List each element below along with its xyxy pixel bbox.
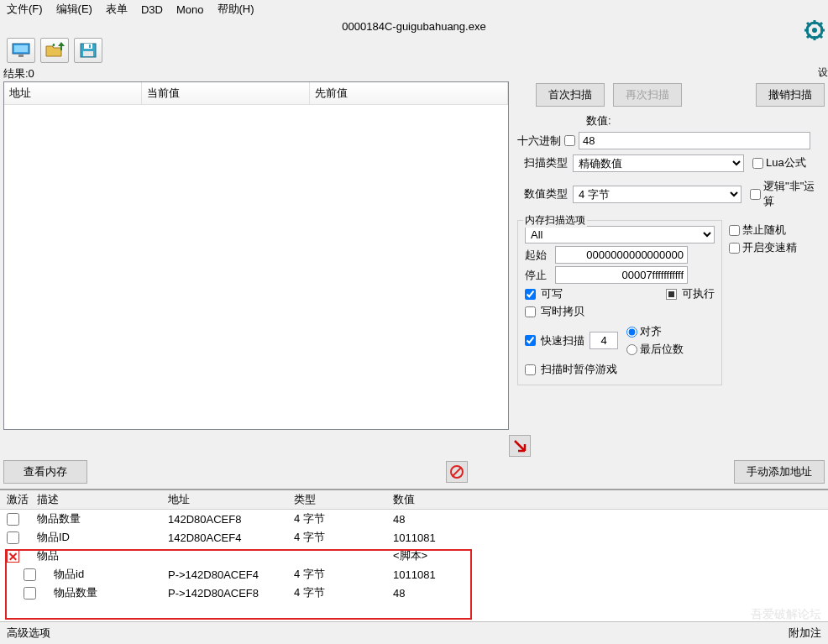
cell-type: 4 字节 [294,585,393,600]
start-label: 起始 [525,248,550,263]
scan-type-label: 扫描类型 [517,155,568,170]
arrow-up-icon [58,42,65,50]
cell-desc: 物品ID [37,530,168,545]
logic-not-checkbox[interactable] [750,189,761,200]
scan-results-list[interactable]: 地址 当前值 先前值 [3,81,509,430]
pause-label: 扫描时暂停游戏 [541,362,617,377]
lua-label: Lua公式 [766,155,806,170]
active-checkbox[interactable] [7,513,19,526]
value-type-select[interactable]: 4 字节 [573,186,742,203]
pause-checkbox[interactable] [525,364,536,375]
attach-comment-link[interactable]: 附加注 [789,626,821,641]
mem-region-select[interactable]: All [525,226,715,243]
advanced-options-link[interactable]: 高级选项 [7,626,50,641]
cell-addr: P->142D80ACEF4 [168,568,294,581]
table-row[interactable]: 物品ID142D80ACEF44 字节1011081 [0,528,828,547]
table-row[interactable]: 物品idP->142D80ACEF44 字节1011081 [0,565,828,584]
cell-desc: 物品 [37,548,168,563]
last-digits-label: 最后位数 [640,342,684,357]
hex-label: 十六进制 [517,134,561,149]
col-value[interactable]: 数值 [393,492,494,507]
view-memory-button[interactable]: 查看内存 [3,460,87,484]
footer: 高级选项 附加注 [0,621,828,644]
writable-checkbox[interactable] [525,289,536,300]
cell-desc: 物品数量 [37,585,168,600]
cell-type: 4 字节 [294,530,393,545]
menubar: 文件(F) 编辑(E) 表单 D3D Mono 帮助(H) [0,0,828,18]
first-scan-button[interactable]: 首次扫描 [536,83,605,107]
col-desc[interactable]: 描述 [37,492,168,507]
watermark: 吾爱破解论坛 [751,607,821,622]
menu-mono[interactable]: Mono [176,3,204,16]
process-title: 0000184C-guigubahuang.exe [0,18,828,34]
fast-scan-align-input[interactable] [590,332,618,349]
cell-desc: 物品id [37,567,168,582]
settings-gear-icon[interactable] [804,20,825,40]
menu-d3d[interactable]: D3D [141,3,163,16]
cow-label: 写时拷贝 [541,304,584,319]
toolbar [0,34,828,66]
lua-checkbox[interactable] [752,158,763,169]
col-addr2[interactable]: 地址 [168,492,294,507]
process-title-text: 0000184C-guigubahuang.exe [342,20,485,33]
cell-type: 4 字节 [294,567,393,582]
table-row[interactable]: 物品数量P->142D80ACEF84 字节48 [0,584,828,602]
cell-addr: 142D80ACEF8 [168,513,294,526]
active-checkbox[interactable] [24,587,36,599]
col-current-value[interactable]: 当前值 [142,82,310,104]
menu-help[interactable]: 帮助(H) [217,2,254,17]
cell-type: 4 字节 [294,511,393,526]
svg-line-18 [453,468,461,476]
enable-speed-label: 开启变速精 [742,240,797,255]
active-x-icon[interactable] [7,550,19,563]
value-type-label: 数值类型 [517,186,568,202]
save-button[interactable] [74,38,102,63]
value-input[interactable] [579,132,810,149]
fast-scan-checkbox[interactable] [525,335,536,346]
writable-label: 可写 [541,286,563,301]
last-digits-radio[interactable] [626,344,637,355]
svg-rect-4 [84,44,92,49]
menu-edit[interactable]: 编辑(E) [56,2,92,17]
open-button[interactable] [40,38,69,63]
enable-speed-checkbox[interactable] [729,243,740,254]
svg-rect-1 [14,45,28,52]
menu-table[interactable]: 表单 [106,2,128,17]
floppy-icon [80,43,97,58]
stop-addr-input[interactable] [555,266,688,284]
manual-add-button[interactable]: 手动添加地址 [734,460,825,484]
start-addr-input[interactable] [555,246,688,264]
value-label: 数值: [586,113,611,128]
fast-scan-label: 快速扫描 [541,333,584,348]
cell-value: <脚本> [393,548,494,563]
col-active[interactable]: 激活 [7,492,37,507]
results-count-label: 结果:0 [0,66,828,81]
col-type[interactable]: 类型 [294,492,393,507]
aligned-radio[interactable] [626,327,637,338]
clear-list-button[interactable] [446,461,468,483]
active-checkbox[interactable] [7,531,19,544]
scan-type-select[interactable]: 精确数值 [573,154,744,172]
cow-checkbox[interactable] [525,306,536,317]
add-to-list-button[interactable] [509,435,531,457]
active-checkbox[interactable] [24,568,36,581]
undo-scan-button[interactable]: 撤销扫描 [756,83,825,107]
cell-addr: P->142D80ACEF8 [168,587,294,599]
no-entry-icon [449,464,464,479]
col-previous-value[interactable]: 先前值 [310,82,508,104]
no-random-label: 禁止随机 [742,223,786,238]
menu-file[interactable]: 文件(F) [7,2,43,17]
svg-rect-2 [18,55,24,57]
table-row[interactable]: 物品<脚本> [0,547,828,565]
table-row[interactable]: 物品数量142D80ACEF84 字节48 [0,510,828,528]
mem-options-legend: 内存扫描选项 [523,213,587,228]
cell-value: 1011081 [393,568,494,581]
no-random-checkbox[interactable] [729,225,740,236]
select-process-button[interactable] [7,38,35,63]
col-address[interactable]: 地址 [4,82,142,104]
hex-checkbox[interactable] [564,135,575,146]
scan-results-header: 地址 当前值 先前值 [4,82,508,105]
address-list-header: 激活 描述 地址 类型 数值 [0,490,828,510]
next-scan-button[interactable]: 再次扫描 [613,83,682,107]
cell-desc: 物品数量 [37,511,168,526]
